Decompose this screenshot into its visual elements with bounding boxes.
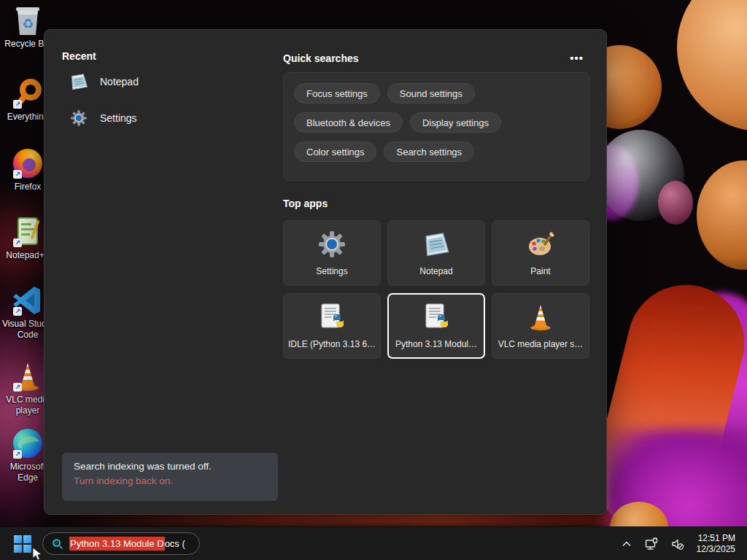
- taskbar-search-box[interactable]: Python 3.13 Module Docs (: [42, 532, 200, 555]
- tray-overflow-button[interactable]: [616, 531, 637, 557]
- recent-section: Recent Notepad: [62, 50, 266, 135]
- quick-search-pill[interactable]: Display settings: [410, 112, 501, 133]
- quick-searches-title: Quick searches: [283, 52, 359, 64]
- chevron-up-icon: [621, 538, 632, 550]
- desktop-icon-label: Everything: [7, 112, 49, 122]
- quick-search-pill[interactable]: Color settings: [294, 141, 376, 162]
- more-options-button[interactable]: •••: [564, 50, 589, 66]
- gear-icon: [317, 230, 347, 259]
- notepad-plus-plus-icon: ↗: [12, 216, 44, 248]
- shortcut-arrow-icon: ↗: [13, 238, 22, 247]
- quick-searches-card: Focus settings Sound settings Bluetooth …: [283, 72, 589, 181]
- gear-icon: [69, 109, 88, 128]
- quick-search-pill[interactable]: Focus settings: [294, 83, 380, 104]
- recycle-bin-icon: ♻: [12, 4, 44, 36]
- taskbar-clock[interactable]: 12:51 PM 12/3/2025: [692, 533, 740, 555]
- quick-search-pill[interactable]: Bluetooth & devices: [294, 112, 403, 133]
- firefox-icon: ↗: [12, 147, 44, 179]
- top-app-tile-idle-python[interactable]: IDLE (Python 3.13 6…: [283, 293, 381, 359]
- everything-icon: ↗: [12, 77, 44, 109]
- top-app-tile-notepad[interactable]: Notepad: [387, 220, 485, 286]
- python-doc-icon: [422, 303, 451, 332]
- vlc-icon: ↗: [12, 360, 44, 392]
- shortcut-arrow-icon: ↗: [13, 307, 22, 316]
- search-flyout-panel: Recent Notepad: [44, 29, 607, 515]
- svg-text:♻: ♻: [22, 17, 34, 31]
- top-app-tile-python-module-docs[interactable]: Python 3.13 Modul…: [387, 293, 485, 359]
- desktop-icon-label: Firefox: [15, 182, 42, 192]
- tile-label: Paint: [530, 266, 550, 276]
- indexing-notice: Search indexing was turned off. Turn ind…: [62, 453, 278, 501]
- selected-text: Python 3.13 Module D: [69, 537, 165, 551]
- recent-item-settings[interactable]: Settings: [62, 101, 266, 135]
- search-input-text[interactable]: Python 3.13 Module Docs (: [69, 538, 185, 549]
- taskbar: Python 3.13 Module Docs (: [0, 526, 747, 560]
- start-button[interactable]: [9, 530, 36, 558]
- network-button[interactable]: [640, 531, 663, 557]
- system-tray: 12:51 PM 12/3/2025: [616, 531, 747, 557]
- tile-label: Python 3.13 Modul…: [395, 339, 477, 349]
- turn-indexing-on-link[interactable]: Turn indexing back on.: [74, 475, 266, 486]
- volume-button[interactable]: [666, 531, 689, 557]
- recent-item-label: Notepad: [100, 76, 139, 88]
- quick-searches-header: Quick searches •••: [283, 50, 589, 66]
- indexing-message: Search indexing was turned off.: [74, 461, 266, 472]
- python-doc-icon: [317, 303, 347, 332]
- top-app-tile-paint[interactable]: Paint: [492, 220, 589, 286]
- unselected-text: ocs (: [165, 538, 185, 549]
- clock-date: 12/3/2025: [697, 544, 735, 555]
- quick-search-pill[interactable]: Sound settings: [387, 83, 475, 104]
- desktop-icon-label: Notepad++: [6, 250, 49, 261]
- quick-search-pill[interactable]: Search settings: [384, 141, 474, 162]
- search-icon: [52, 538, 63, 550]
- shortcut-arrow-icon: ↗: [13, 383, 22, 392]
- shortcut-arrow-icon: ↗: [13, 170, 22, 179]
- notepad-icon: [422, 230, 451, 259]
- paint-icon: [526, 230, 555, 259]
- vlc-icon: [526, 303, 555, 332]
- top-apps-grid: Settings Notepad: [283, 220, 589, 359]
- windows-logo-icon: [14, 535, 31, 553]
- top-apps-title: Top apps: [283, 198, 328, 209]
- recent-item-label: Settings: [100, 112, 137, 124]
- recent-item-notepad[interactable]: Notepad: [62, 65, 266, 98]
- clock-time: 12:51 PM: [697, 533, 735, 544]
- desktop-icon-label: VLC mediaplayer: [6, 394, 49, 416]
- tile-label: Notepad: [419, 266, 452, 276]
- shortcut-arrow-icon: ↗: [13, 450, 22, 459]
- tile-label: VLC media player s…: [498, 339, 584, 349]
- recent-title: Recent: [62, 50, 266, 62]
- top-app-tile-vlc[interactable]: VLC media player s…: [492, 293, 589, 359]
- notepad-icon: [69, 72, 88, 91]
- visual-studio-code-icon: ↗: [12, 284, 44, 316]
- shortcut-arrow-icon: ↗: [13, 100, 22, 109]
- volume-muted-icon: [670, 537, 685, 551]
- tile-label: Settings: [316, 266, 347, 276]
- tile-label: IDLE (Python 3.13 6…: [288, 339, 376, 349]
- top-app-tile-settings[interactable]: Settings: [283, 220, 381, 286]
- microsoft-edge-icon: ↗: [12, 427, 44, 459]
- network-icon: [644, 537, 659, 551]
- desktop-icon-label: MicrosoftEdge: [10, 462, 46, 483]
